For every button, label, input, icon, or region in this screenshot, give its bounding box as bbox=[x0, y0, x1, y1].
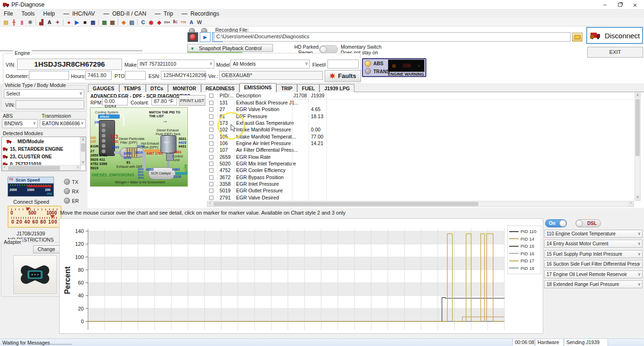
modules-header-row[interactable]: MID/Module bbox=[3, 138, 79, 145]
stop-icon[interactable]: ■ bbox=[81, 18, 89, 26]
chart-panel[interactable]: 020406080100120140Percent PID 110PID 14P… bbox=[59, 218, 543, 334]
row-checkbox[interactable] bbox=[209, 128, 213, 132]
make-select[interactable]: INT 7573211010 bbox=[137, 60, 214, 69]
dsl-toggle[interactable]: DSL bbox=[575, 219, 601, 227]
table-row[interactable]: 102Intake Manifold Pressure0.00 bbox=[207, 127, 634, 133]
row-checkbox[interactable] bbox=[209, 135, 213, 139]
table-row[interactable]: 5020EGR Mix Inlet Temperature bbox=[207, 161, 634, 167]
row-checkbox[interactable] bbox=[209, 141, 213, 146]
menu-item[interactable]: Tools bbox=[21, 10, 35, 17]
menu-item[interactable]: — Trip bbox=[155, 10, 173, 17]
recording-file-input[interactable]: C:\Users\smeek\Documents\Diagnostics bbox=[214, 32, 571, 42]
tab-readiness[interactable]: READINESS bbox=[201, 84, 239, 92]
select-all-checkbox[interactable] bbox=[209, 94, 213, 98]
table-vscrollbar[interactable]: ∧∨ bbox=[635, 93, 641, 201]
table-row[interactable]: 81DPF Pressure18.13 bbox=[207, 113, 634, 120]
row-checkbox[interactable] bbox=[209, 175, 213, 180]
row-checkbox[interactable] bbox=[209, 168, 213, 173]
faults-button[interactable]: Faults bbox=[325, 70, 361, 82]
menu-item[interactable]: Help bbox=[43, 10, 55, 17]
table-row[interactable]: 3358EGR Inlet Pressure bbox=[207, 181, 634, 188]
restore-button[interactable] bbox=[613, 1, 627, 9]
table-row[interactable]: 27EGR Valve Position4.65 bbox=[207, 106, 634, 113]
hd-regen-toggle[interactable] bbox=[319, 45, 338, 53]
browse-folder-button[interactable] bbox=[572, 33, 582, 42]
abs-select[interactable]: BNDWS bbox=[2, 119, 38, 128]
disconnect-button[interactable]: Disconnect bbox=[586, 27, 643, 44]
menu-item[interactable]: — IHC/NAV bbox=[63, 10, 95, 17]
module-row[interactable]: 23, CLUSTER ONE bbox=[3, 153, 79, 160]
pid-select-18[interactable]: 18 Extended Range Fuel Pressure bbox=[544, 280, 643, 288]
vehicle-type-select[interactable]: Select bbox=[4, 89, 84, 98]
truck-icon[interactable]: ▟ bbox=[37, 18, 45, 26]
tab-dtcs[interactable]: DTCs bbox=[146, 84, 168, 92]
pid-select-14[interactable]: 14 Entry Assist Motor Current bbox=[544, 240, 643, 248]
cummins-icon[interactable]: C bbox=[139, 18, 147, 26]
play-icon[interactable]: ▶ bbox=[73, 18, 81, 26]
table-row[interactable]: 4752EGR Cooler Efficiency bbox=[207, 167, 634, 174]
link-icon[interactable]: ◆ bbox=[120, 18, 128, 26]
calendar-icon[interactable]: ▦ bbox=[89, 18, 97, 26]
wabco-icon[interactable]: W bbox=[195, 18, 203, 26]
menu-item[interactable]: — Recordings bbox=[182, 10, 219, 17]
font-icon[interactable]: A bbox=[45, 18, 53, 26]
ttr-icon[interactable]: TTR bbox=[179, 18, 187, 26]
allison-icon[interactable]: A bbox=[187, 18, 195, 26]
module-row[interactable]: 15, RETARDER ENGINE bbox=[3, 145, 79, 153]
table-row[interactable]: 107Air Filter Differential Press... bbox=[207, 147, 634, 154]
table-row[interactable]: 5019EGR Outlet Pressure bbox=[207, 188, 634, 194]
tab-fuel[interactable]: FUEL bbox=[297, 84, 319, 92]
sidebar-vin-input[interactable] bbox=[16, 100, 84, 109]
play-button[interactable]: ▶ bbox=[200, 32, 211, 42]
print-list-button[interactable]: PRINT LIST bbox=[179, 95, 205, 106]
snapshot-playback-button[interactable]: ▼Snapshot Playback Control bbox=[187, 44, 273, 52]
detroit-icon[interactable]: ◉ bbox=[147, 18, 155, 26]
adapter-change-button[interactable]: Change bbox=[33, 245, 60, 253]
detected-modules-list[interactable]: MID/Module15, RETARDER ENGINE23, CLUSTER… bbox=[1, 137, 86, 171]
tab-j1939-lpg[interactable]: J1939 LPG bbox=[319, 84, 354, 92]
row-checkbox[interactable] bbox=[209, 101, 213, 105]
modules-hscrollbar[interactable]: ‹› bbox=[2, 165, 81, 171]
ic-bus-icon[interactable]: ⅡC bbox=[171, 18, 179, 26]
table-row[interactable]: 105Intake Manifold Temperat...77.00 bbox=[207, 134, 634, 140]
row-checkbox[interactable] bbox=[209, 196, 213, 200]
menu-item[interactable]: — OBD-II / CAN bbox=[104, 10, 147, 17]
road-icon[interactable]: ▨ bbox=[128, 18, 136, 26]
on-toggle[interactable]: On bbox=[545, 219, 567, 227]
menu-item[interactable]: File bbox=[4, 10, 13, 17]
fleet-input[interactable] bbox=[327, 60, 359, 69]
table-row[interactable]: 131Exhaust Back Pressure J1... bbox=[207, 100, 634, 106]
row-checkbox[interactable] bbox=[209, 162, 213, 166]
row-checkbox[interactable] bbox=[209, 114, 213, 119]
tab-monitor[interactable]: MONITOR bbox=[168, 84, 201, 92]
exit-button[interactable]: EXIT bbox=[587, 47, 643, 58]
table-row[interactable]: 106Engine Air Inlet Pressure14.21 bbox=[207, 140, 634, 147]
ecm-icon[interactable]: ▩ bbox=[108, 18, 116, 26]
record-button[interactable] bbox=[187, 32, 198, 42]
pid-select-15[interactable]: 15 Fuel Supply Pump Inlet Pressure bbox=[544, 250, 643, 258]
tab-trip[interactable]: TRIP bbox=[276, 84, 297, 92]
open-folder-icon[interactable]: ▤ bbox=[2, 18, 10, 26]
connector-icon[interactable]: ╂ bbox=[10, 18, 18, 26]
minimize-button[interactable]: – bbox=[598, 1, 612, 9]
table-row[interactable]: 2791EGR Valve Desired bbox=[207, 195, 634, 201]
odometer-input[interactable] bbox=[29, 71, 69, 80]
tab-temps[interactable]: TEMPS bbox=[119, 84, 146, 92]
j1587-icon[interactable]: ▩ bbox=[100, 18, 108, 26]
row-checkbox[interactable] bbox=[209, 121, 213, 125]
esa-icon[interactable]: ESA bbox=[163, 18, 171, 26]
settings-gear-icon[interactable]: ✱ bbox=[26, 18, 34, 26]
pid-select-17[interactable]: 17 Engine Oil Level Remote Reservoir bbox=[544, 270, 643, 278]
tab-emissions[interactable]: EMISSIONS bbox=[239, 83, 276, 92]
modules-vscrollbar[interactable]: ∧∨ bbox=[80, 137, 86, 165]
row-checkbox[interactable] bbox=[209, 148, 213, 152]
pid-select-110[interactable]: 110 Engine Coolant Temperature bbox=[544, 230, 643, 238]
row-checkbox[interactable] bbox=[209, 155, 213, 159]
transmission-select[interactable]: EATON K086696 bbox=[40, 119, 86, 128]
table-row[interactable]: 173Exhaust Gas Temperature bbox=[207, 120, 634, 127]
table-row[interactable]: 3672EGR Bypass Position bbox=[207, 174, 634, 181]
table-row[interactable]: 2659EGR Flow Rate bbox=[207, 154, 634, 161]
save-icon[interactable]: ▮ bbox=[18, 18, 26, 26]
close-button[interactable]: × bbox=[628, 1, 642, 9]
record-icon[interactable]: ● bbox=[65, 18, 73, 26]
